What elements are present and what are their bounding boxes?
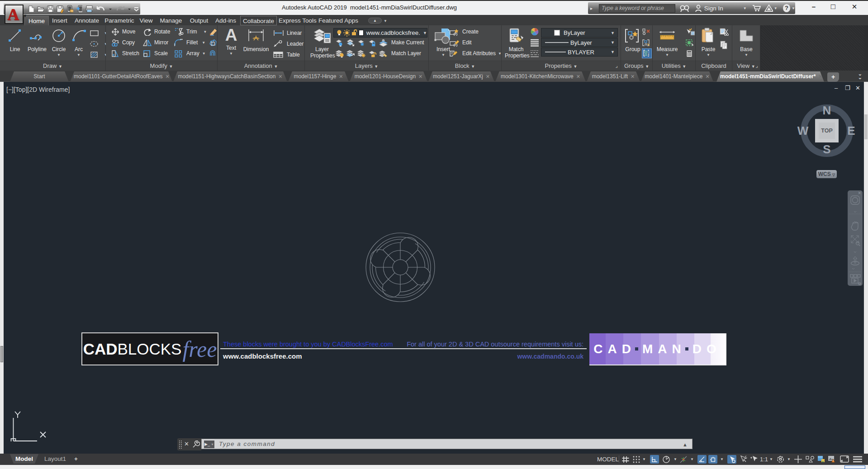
svg-text:W: W bbox=[797, 124, 809, 137]
svg-text:E: E bbox=[847, 124, 855, 137]
svg-text:S: S bbox=[823, 142, 830, 156]
svg-text:TOP: TOP bbox=[821, 128, 832, 134]
svg-text:N: N bbox=[823, 104, 831, 117]
